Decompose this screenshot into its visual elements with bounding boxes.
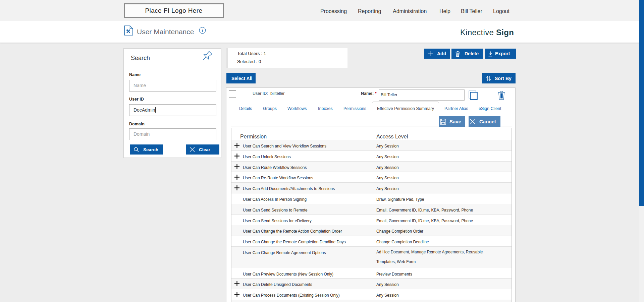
- svg-text:i: i: [202, 28, 203, 33]
